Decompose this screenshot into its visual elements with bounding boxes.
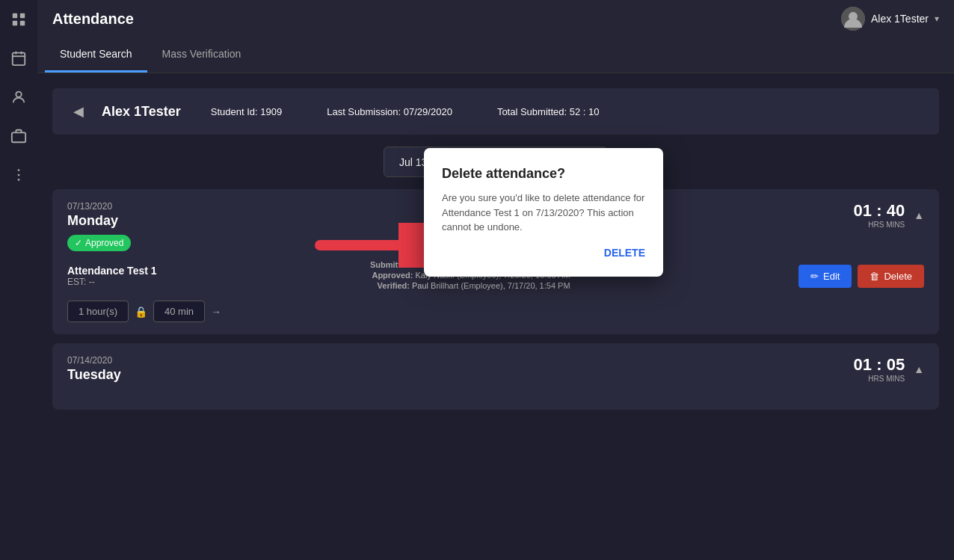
main-content: Attendance Alex 1Tester ▾ Student Search… [37, 0, 954, 560]
card-day-1: Tuesday [67, 367, 121, 383]
delete-dialog: Delete attendance? Are you sure you'd li… [424, 148, 663, 277]
avatar [841, 7, 865, 31]
hours-box-2: 40 min [153, 301, 205, 322]
svg-point-12 [18, 179, 20, 181]
entry-left-0: Attendance Test 1 EST: -- [67, 265, 157, 287]
grid-icon[interactable] [7, 7, 31, 31]
svg-rect-4 [13, 53, 25, 66]
svg-point-11 [18, 174, 20, 176]
entry-est-0: EST: -- [67, 277, 157, 287]
time-label-1: HRS MINS [854, 375, 905, 383]
edit-icon: ✏ [810, 271, 819, 282]
lock-icon: 🔒 [135, 306, 147, 318]
entry-name-0: Attendance Test 1 [67, 265, 157, 277]
hours-box-1: 1 hour(s) [67, 301, 129, 322]
arrow-right-icon: → [211, 306, 221, 318]
approved-badge-0: ✓ Approved [67, 235, 131, 251]
tab-mass-verification[interactable]: Mass Verification [147, 37, 256, 73]
total-submitted: Total Submitted: 52 : 10 [497, 106, 600, 117]
edit-button-0[interactable]: ✏ Edit [798, 265, 852, 288]
hours-row-0: 1 hour(s) 🔒 40 min → [67, 301, 924, 322]
time-label-0: HRS MINS [854, 221, 905, 229]
prev-student-button[interactable]: ◀ [67, 100, 90, 123]
trash-icon: 🗑 [870, 271, 879, 282]
time-display-1: 01 : 05 [854, 355, 905, 375]
app-title: Attendance [52, 10, 134, 28]
svg-rect-2 [13, 21, 17, 25]
card-time-1: 01 : 05 HRS MINS [854, 355, 905, 383]
dialog-title: Delete attendance? [442, 166, 645, 182]
user-circle-icon[interactable] [7, 85, 31, 109]
user-menu[interactable]: Alex 1Tester ▾ [841, 7, 939, 31]
student-name: Alex 1Tester [102, 104, 181, 120]
attendance-card-1: 07/14/2020 Tuesday 01 : 05 HRS MINS ▲ [52, 343, 939, 410]
sidebar [0, 0, 37, 560]
card-header-1: 07/14/2020 Tuesday 01 : 05 HRS MINS ▲ [67, 355, 924, 389]
chevron-down-icon: ▾ [935, 13, 939, 24]
svg-rect-3 [20, 21, 25, 25]
tab-bar: Student Search Mass Verification [37, 37, 954, 73]
expand-button-0[interactable]: ▲ [914, 209, 924, 221]
tab-student-search[interactable]: Student Search [45, 37, 147, 73]
user-name: Alex 1Tester [871, 13, 929, 25]
svg-rect-9 [12, 132, 25, 142]
svg-point-10 [18, 169, 20, 171]
student-id: Student Id: 1909 [211, 106, 282, 117]
card-date-str-0: 07/13/2020 [67, 201, 131, 212]
verified-info: Verified: Paul Brillhart (Employee), 7/1… [370, 281, 570, 290]
action-btns-0: ✏ Edit 🗑 Delete [798, 265, 924, 288]
card-day-0: Monday [67, 213, 131, 229]
top-nav: Attendance Alex 1Tester ▾ [37, 0, 954, 37]
last-submission: Last Submission: 07/29/2020 [327, 106, 452, 117]
student-meta: Student Id: 1909 Last Submission: 07/29/… [211, 106, 924, 117]
svg-point-8 [16, 92, 21, 97]
card-date-info-1: 07/14/2020 Tuesday [67, 355, 121, 389]
more-icon[interactable] [7, 163, 31, 187]
dialog-body: Are you sure you'd like to delete attend… [442, 191, 645, 235]
svg-rect-1 [20, 13, 25, 18]
check-icon: ✓ [75, 238, 82, 248]
card-date-info-0: 07/13/2020 Monday ✓ Approved [67, 201, 131, 251]
delete-button-0[interactable]: 🗑 Delete [858, 265, 924, 288]
svg-rect-0 [13, 13, 17, 18]
card-date-str-1: 07/14/2020 [67, 355, 121, 366]
content-area: ◀ Alex 1Tester Student Id: 1909 Last Sub… [37, 73, 954, 560]
briefcase-icon[interactable] [7, 124, 31, 148]
calendar-icon[interactable] [7, 46, 31, 70]
time-display-0: 01 : 40 [854, 201, 905, 221]
dialog-delete-button[interactable]: DELETE [442, 247, 645, 259]
card-time-0: 01 : 40 HRS MINS [854, 201, 905, 229]
student-header: ◀ Alex 1Tester Student Id: 1909 Last Sub… [52, 88, 939, 135]
expand-button-1[interactable]: ▲ [914, 363, 924, 375]
